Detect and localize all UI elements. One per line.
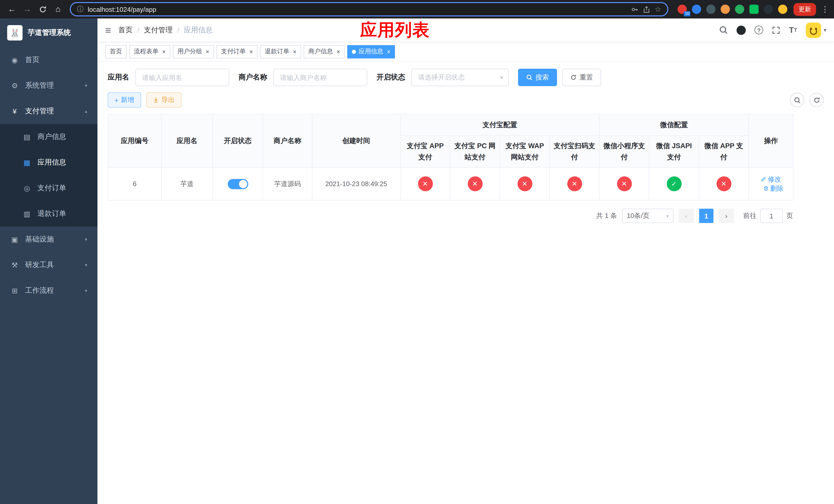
status-toggle[interactable] [227, 179, 248, 189]
breadcrumb-payment[interactable]: 支付管理 [144, 25, 173, 35]
fullscreen-icon[interactable] [772, 26, 780, 34]
tab-user-group[interactable]: 用户分组× [173, 45, 214, 58]
sidebar-item-workflow[interactable]: ⊞ 工作流程 ▾ [0, 278, 97, 303]
sidebar-item-system[interactable]: ⚙ 系统管理 ▾ [0, 73, 97, 98]
avatar-emoji-icon [806, 22, 821, 38]
tab-refund-order[interactable]: 退款订单× [260, 45, 301, 58]
reset-button[interactable]: 重置 [562, 69, 601, 86]
app-name-input[interactable] [135, 69, 229, 86]
extension-icon-2[interactable] [692, 5, 701, 14]
refresh-table-icon[interactable] [809, 93, 824, 107]
tab-merchant-info[interactable]: 商户信息× [304, 45, 345, 58]
page-size-select[interactable]: 10条/页 ▾ [622, 209, 674, 223]
tab-app-info[interactable]: 应用信息× [347, 45, 395, 58]
sidebar-item-payment[interactable]: ¥ 支付管理 ▴ [0, 98, 97, 124]
app-name-label: 应用名 [108, 73, 129, 82]
help-icon[interactable]: ? [754, 26, 763, 35]
search-button[interactable]: 搜索 [518, 69, 557, 86]
col-header-create-time: 创建时间 [312, 114, 400, 167]
sidebar-item-app-info[interactable]: ▦ 应用信息 [0, 150, 97, 175]
chevron-down-icon: ▾ [85, 288, 87, 293]
yen-icon: ¥ [10, 107, 19, 115]
forward-icon[interactable]: → [21, 3, 34, 16]
sidebar-menu: ◉ 首页 ⚙ 系统管理 ▾ ¥ 支付管理 ▴ ▤ 商户信息 [0, 47, 97, 303]
extension-icon-1[interactable]: 10 [678, 5, 687, 14]
extension-icon-8[interactable] [778, 5, 787, 14]
breadcrumb-separator: / [137, 26, 139, 34]
github-glyph [737, 25, 746, 35]
tools-icon: ⚒ [10, 261, 19, 269]
close-icon[interactable]: × [293, 48, 297, 54]
tab-process-form[interactable]: 流程表单× [129, 45, 170, 58]
close-icon[interactable]: × [206, 48, 209, 54]
trash-icon [763, 186, 769, 191]
browser-window: ← → ⌂ ⓘ localhost:1024/pay/app ☆ 10 [0, 0, 834, 504]
extension-icon-7[interactable] [764, 5, 773, 14]
tab-home[interactable]: 首页 [105, 45, 127, 58]
table-row: 6 芋道 芋道源码 2021-10-23 08:49:25 ✕ ✕ ✕ ✕ ✕ … [108, 167, 793, 200]
alipay-wap-status-icon: ✕ [517, 176, 532, 191]
home-icon[interactable]: ⌂ [51, 3, 65, 16]
url-text: localhost:1024/pay/app [88, 5, 156, 13]
status-select[interactable]: 请选择开启状态 ▾ [411, 69, 509, 86]
back-icon[interactable]: ← [5, 3, 19, 16]
font-size-icon[interactable]: TT [789, 26, 797, 34]
sidebar-collapse-icon[interactable]: ≡ [105, 25, 111, 35]
merchant-name-input[interactable] [273, 69, 367, 86]
sidebar-item-merchant-info[interactable]: ▤ 商户信息 [0, 124, 97, 150]
cell-ops: 修改 删除 [749, 167, 793, 200]
search-icon[interactable] [719, 26, 728, 35]
sidebar-item-label: 工作流程 [25, 286, 54, 295]
goto-label: 前往 [743, 211, 756, 221]
share-icon[interactable] [643, 5, 651, 13]
sidebar-item-pay-order[interactable]: ◎ 支付订单 [0, 175, 97, 201]
browser-menu-icon[interactable]: ⋮ [821, 5, 829, 14]
col-header-merchant: 商户名称 [263, 114, 312, 167]
wechat-jsapi-status-icon: ✓ [666, 176, 681, 191]
close-icon[interactable]: × [249, 48, 253, 54]
workflow-icon: ⊞ [10, 287, 19, 295]
close-icon[interactable]: × [162, 48, 166, 54]
breadcrumb-home[interactable]: 首页 [118, 25, 133, 35]
extension-icon-3[interactable] [706, 5, 716, 14]
sidebar-item-infrastructure[interactable]: ▣ 基础设施 ▾ [0, 227, 97, 252]
browser-update-button[interactable]: 更新 [793, 3, 816, 16]
user-avatar[interactable]: ▾ [806, 22, 826, 38]
prev-page-button[interactable]: ‹ [679, 209, 694, 223]
bookmark-star-icon[interactable]: ☆ [655, 5, 661, 13]
col-header-wechat-jsapi: 微信 JSAPI 支付 [649, 136, 699, 167]
sidebar-item-refund-order[interactable]: ▥ 退款订单 [0, 201, 97, 227]
sidebar-item-label: 退款订单 [38, 209, 66, 219]
edit-button[interactable]: 修改 [761, 175, 781, 184]
close-icon[interactable]: × [387, 48, 390, 54]
tab-pay-order[interactable]: 支付订单× [216, 45, 258, 58]
sidebar-item-home[interactable]: ◉ 首页 [0, 47, 97, 73]
export-button[interactable]: 导出 [146, 92, 181, 108]
extension-icon-4[interactable] [721, 5, 730, 14]
address-bar[interactable]: ⓘ localhost:1024/pay/app ☆ [70, 2, 668, 17]
next-page-button[interactable]: › [719, 209, 734, 223]
browser-chrome: ← → ⌂ ⓘ localhost:1024/pay/app ☆ 10 [0, 0, 834, 19]
col-header-alipay-wap: 支付宝 WAP 网站支付 [500, 136, 550, 167]
add-button[interactable]: + 新增 [108, 92, 141, 108]
close-icon[interactable]: × [336, 48, 340, 54]
github-icon[interactable] [737, 25, 746, 35]
infrastructure-icon: ▣ [10, 235, 19, 244]
goto-page-input[interactable] [760, 209, 783, 223]
alipay-app-status-icon: ✕ [418, 176, 433, 191]
extension-badge: 10 [684, 11, 690, 17]
caret-down-icon: ▾ [824, 27, 826, 33]
reset-button-label: 重置 [579, 73, 593, 82]
extension-icon-5[interactable] [735, 5, 744, 14]
page-number-button[interactable]: 1 [699, 209, 714, 223]
gear-icon: ⚙ [10, 82, 19, 90]
delete-button[interactable]: 删除 [763, 184, 784, 193]
sidebar-item-dev-tools[interactable]: ⚒ 研发工具 ▾ [0, 252, 97, 278]
extension-icon-6[interactable] [749, 5, 759, 14]
export-button-label: 导出 [161, 95, 175, 105]
site-info-icon[interactable]: ⓘ [77, 5, 84, 14]
sidebar-item-label: 支付管理 [25, 107, 54, 116]
password-key-icon[interactable] [631, 5, 639, 13]
reload-icon[interactable] [36, 3, 49, 16]
toggle-search-icon[interactable] [790, 93, 804, 107]
